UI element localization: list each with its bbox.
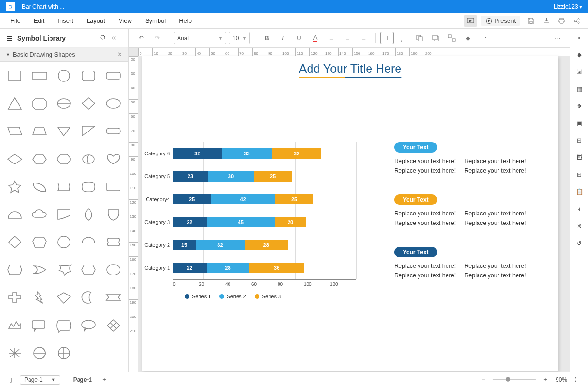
shape-6[interactable] — [29, 93, 50, 113]
shape-39[interactable] — [102, 260, 124, 280]
underline-icon[interactable]: U — [292, 32, 306, 44]
shape-2[interactable] — [53, 66, 75, 86]
shape-42[interactable] — [53, 287, 75, 307]
shuffle-panel-icon[interactable]: ⤭ — [574, 220, 585, 232]
shape-5[interactable] — [4, 93, 26, 113]
shape-51[interactable] — [29, 343, 50, 363]
shape-37[interactable] — [53, 260, 75, 280]
shape-47[interactable] — [53, 316, 75, 336]
shape-22[interactable] — [53, 177, 75, 197]
grid-panel-icon[interactable]: ▦ — [574, 83, 585, 94]
align-vertical-icon[interactable]: ≡ — [357, 32, 370, 44]
print-icon[interactable] — [555, 15, 568, 27]
shape-44[interactable] — [102, 287, 124, 307]
slideshow-icon[interactable] — [464, 15, 477, 27]
shape-35[interactable] — [4, 260, 26, 280]
menu-symbol[interactable]: Symbol — [139, 14, 172, 27]
bold-icon[interactable]: B — [260, 32, 273, 44]
shape-4[interactable] — [102, 66, 124, 86]
text-color-icon[interactable]: A — [309, 32, 322, 44]
shape-24[interactable] — [102, 177, 124, 197]
text-block[interactable]: Your TextReplace your text here!Replace … — [394, 194, 561, 228]
shape-11[interactable] — [29, 121, 50, 141]
menu-insert[interactable]: Insert — [51, 14, 80, 27]
shape-38[interactable] — [78, 260, 100, 280]
italic-icon[interactable]: I — [276, 32, 289, 44]
shape-32[interactable] — [53, 232, 75, 252]
shape-16[interactable] — [29, 149, 50, 169]
fill-panel-icon[interactable]: ◆ — [574, 49, 585, 60]
shape-43[interactable] — [78, 287, 100, 307]
align-horizontal-icon[interactable]: ≡ — [341, 32, 354, 44]
eyedropper-icon[interactable] — [478, 32, 491, 44]
bar-chart[interactable]: Category 6323332Category 5233025Category… — [137, 142, 356, 299]
shape-1[interactable] — [29, 66, 50, 86]
shape-23[interactable] — [78, 177, 100, 197]
shape-41[interactable] — [29, 287, 50, 307]
shape-26[interactable] — [29, 204, 50, 224]
shape-45[interactable] — [4, 316, 26, 336]
shape-19[interactable] — [102, 149, 124, 169]
slide-panel-icon[interactable]: ▣ — [574, 117, 585, 129]
menu-view[interactable]: View — [112, 14, 139, 27]
user-menu[interactable]: Lizzie123 ▾ — [554, 3, 582, 10]
shape-50[interactable] — [4, 343, 26, 363]
shape-0[interactable] — [4, 66, 26, 86]
zoom-in-icon[interactable]: ＋ — [539, 376, 551, 384]
share-icon[interactable] — [570, 15, 583, 27]
shape-48[interactable] — [78, 316, 100, 336]
fullscreen-icon[interactable]: ⛶ — [572, 377, 583, 383]
shape-28[interactable] — [78, 204, 100, 224]
hierarchy-panel-icon[interactable]: ⊞ — [574, 169, 585, 180]
shape-15[interactable] — [4, 149, 26, 169]
data-panel-icon[interactable]: ⊟ — [574, 134, 585, 146]
shape-20[interactable] — [4, 177, 26, 197]
shape-36[interactable] — [29, 260, 50, 280]
shape-52[interactable] — [53, 343, 75, 363]
font-size-select[interactable]: 10▼ — [229, 32, 250, 44]
search-icon[interactable] — [100, 34, 111, 41]
menu-help[interactable]: Help — [172, 14, 199, 27]
shape-31[interactable] — [29, 232, 50, 252]
line-spacing-icon[interactable]: ≡ — [325, 32, 338, 44]
shape-3[interactable] — [78, 66, 100, 86]
shape-12[interactable] — [53, 121, 75, 141]
shape-25[interactable] — [4, 204, 26, 224]
shape-27[interactable] — [53, 204, 75, 224]
connector-icon[interactable] — [397, 32, 410, 44]
send-back-icon[interactable] — [413, 32, 426, 44]
clipboard-panel-icon[interactable]: 📋 — [574, 186, 585, 197]
menu-layout[interactable]: Layout — [80, 14, 112, 27]
zoom-slider[interactable] — [493, 379, 536, 380]
image-panel-icon[interactable]: 🖼 — [574, 152, 585, 163]
history-panel-icon[interactable]: ↺ — [574, 237, 585, 249]
shape-7[interactable] — [53, 93, 75, 113]
shape-17[interactable] — [53, 149, 75, 169]
page-picker[interactable]: Page-1▼ — [20, 375, 60, 385]
add-page-icon[interactable]: ＋ — [99, 376, 110, 384]
shape-8[interactable] — [78, 93, 100, 113]
shape-46[interactable] — [29, 316, 50, 336]
group-icon[interactable] — [445, 32, 458, 44]
text-block[interactable]: Your TextReplace your text here!Replace … — [394, 142, 561, 175]
layers-panel-icon[interactable]: ❖ — [574, 100, 585, 112]
page-surface[interactable]: Add Your Title Here Category 6323332Cate… — [142, 56, 558, 371]
align-panel-icon[interactable]: ⫞ — [574, 203, 585, 214]
download-icon[interactable] — [539, 15, 553, 27]
expand-panel-icon[interactable]: « — [574, 31, 585, 43]
shape-21[interactable] — [29, 177, 50, 197]
redo-icon[interactable]: ↷ — [150, 32, 164, 44]
page-title[interactable]: Add Your Title Here — [299, 62, 401, 78]
more-icon[interactable]: ⋯ — [551, 32, 564, 44]
save-icon[interactable] — [524, 15, 538, 27]
shape-9[interactable] — [102, 93, 124, 113]
present-button[interactable]: Present — [481, 16, 520, 26]
export-panel-icon[interactable]: ⇲ — [574, 66, 585, 77]
shape-33[interactable] — [78, 232, 100, 252]
shape-30[interactable] — [4, 232, 26, 252]
shape-49[interactable] — [102, 316, 124, 336]
shape-14[interactable] — [102, 121, 124, 141]
shape-40[interactable] — [4, 287, 26, 307]
fill-icon[interactable]: ◆ — [461, 32, 475, 44]
bring-front-icon[interactable] — [429, 32, 442, 44]
